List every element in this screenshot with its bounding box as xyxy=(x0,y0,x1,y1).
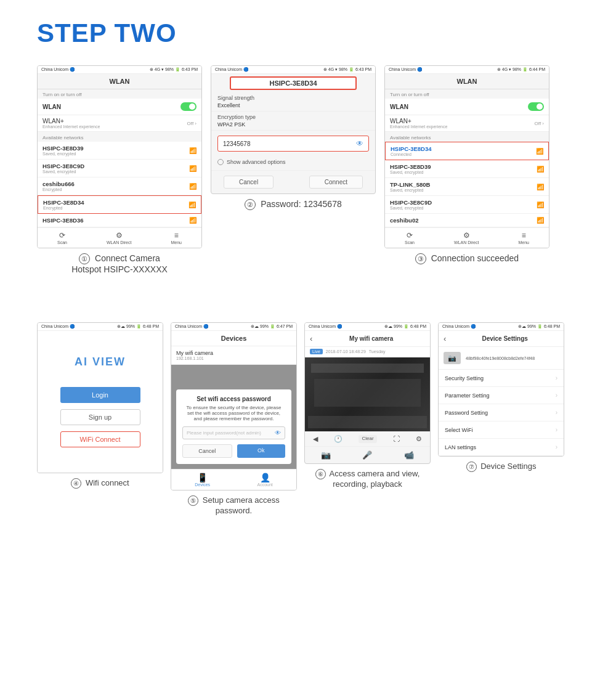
dialog-input-row-5[interactable]: Please input password(not admin) 👁 xyxy=(182,426,285,439)
account-icon-5: 👤 xyxy=(260,473,270,482)
wifi-icon-3-1: 📶 xyxy=(536,148,543,155)
available-label-3: Available networks xyxy=(385,132,549,142)
bottom-item-wlan-direct-1[interactable]: ⚙ WLAN Direct xyxy=(107,231,131,245)
pw-buttons-2: Cancel Connect xyxy=(211,170,375,193)
ctrl-history-6[interactable]: 🕐 xyxy=(334,435,342,443)
phone-block-6: China Unicom 🔵 ⊕☁ 99% 🔋 6:48 PM ‹ My wif… xyxy=(304,322,431,515)
caption-num-2: ② xyxy=(245,199,256,210)
status-bar-5: China Unicom 🔵 ⊕☁ 99% 🔋 6:47 PM xyxy=(171,323,296,331)
time-6: ⊕☁ 99% 🔋 6:48 PM xyxy=(384,324,426,329)
login-btn-4[interactable]: Login xyxy=(60,387,140,403)
pw-input-row-2[interactable]: 12345678 👁 xyxy=(217,136,369,152)
dialog-cancel-btn-5[interactable]: Cancel xyxy=(182,444,232,458)
snapshot-btn-6[interactable]: 📷 xyxy=(321,450,331,460)
network-item-3-5[interactable]: ceshibu02 📶 xyxy=(385,214,549,227)
ctrl-settings-6[interactable]: ⚙ xyxy=(416,435,422,443)
back-arrow-6[interactable]: ‹ xyxy=(310,334,312,343)
time-3: ⊕ 4G ▾ 98% 🔋 6:44 PM xyxy=(497,67,545,72)
devices-item-5[interactable]: My wifi camera 192.168.1.101 xyxy=(171,346,296,365)
dev-setting-label-wifi-7: Select WiFi xyxy=(445,427,473,433)
dev-setting-lan-7[interactable]: LAN settings › xyxy=(439,439,564,456)
radio-2[interactable] xyxy=(217,159,224,165)
dev-camera-icon-7: 📷 xyxy=(444,352,461,364)
dialog-box-5: Set wifi access password To ensure the s… xyxy=(176,389,291,464)
wlan-toggle-3[interactable] xyxy=(528,102,544,111)
bottom-item-scan-3[interactable]: ⟳ Scan xyxy=(405,231,415,245)
chevron-password-7: › xyxy=(556,409,557,416)
carrier-3: China Unicom 🔵 xyxy=(389,67,423,72)
tab-devices-5[interactable]: 📱 Devices xyxy=(195,473,210,487)
caption-text-5: Setup camera accesspassword. xyxy=(203,495,280,515)
dev-id-text-7: 48bf98c40fe19e8008cb8d2efe74f48 xyxy=(466,356,535,360)
pw-input-text-2: 12345678 xyxy=(223,140,251,147)
phone-screen-5: China Unicom 🔵 ⊕☁ 99% 🔋 6:47 PM Devices … xyxy=(171,322,297,490)
back-arrow-7[interactable]: ‹ xyxy=(444,334,446,343)
network-name-3-5: ceshibu02 xyxy=(390,217,418,224)
eye-icon-2[interactable]: 👁 xyxy=(356,139,363,148)
network-sub-3-1: Connected xyxy=(391,152,432,157)
screen1-title: WLAN xyxy=(38,74,201,89)
caption-6: ⑥ Access camera and view,recording, play… xyxy=(315,469,420,489)
bottom-item-wlan-direct-3[interactable]: ⚙ WLAN Direct xyxy=(454,231,479,245)
caption-5: ⑤ Setup camera accesspassword. xyxy=(188,495,280,515)
caption-num-1: ① xyxy=(79,253,90,264)
network-name-1-5: HSIPC-3E8D36 xyxy=(43,217,84,224)
dev-setting-wifi-7[interactable]: Select WiFi › xyxy=(439,421,564,439)
network-item-1-4[interactable]: HSIPC-3E8D34 Encrypted 📶 xyxy=(38,195,201,214)
status-bar-6: China Unicom 🔵 ⊕☁ 99% 🔋 6:48 PM xyxy=(305,323,430,331)
caption-text-6: Access camera and view,recording, playba… xyxy=(330,469,420,489)
bottom-item-menu-1[interactable]: ≡ Menu xyxy=(171,231,182,245)
record-btn-6[interactable]: 📹 xyxy=(404,450,414,460)
network-item-1-2[interactable]: HSIPC-3E8C9D Saved, encrypted 📶 xyxy=(38,160,201,177)
dev-setting-password-7[interactable]: Password Setting › xyxy=(439,404,564,421)
eye-icon-5[interactable]: 👁 xyxy=(275,429,281,436)
wlan-plus-sub-1: Enhanced Internet experience xyxy=(43,124,100,129)
bottom-item-scan-1[interactable]: ⟳ Scan xyxy=(57,231,67,245)
phone-screen-7: China Unicom 🔵 ⊕☁ 99% 🔋 6:48 PM ‹ Device… xyxy=(438,322,564,457)
network-name-1-2: HSIPC-3E8C9D xyxy=(43,163,84,169)
ctrl-clear-6[interactable]: Clear xyxy=(359,435,376,443)
chevron-wifi-7: › xyxy=(556,426,557,433)
wifi-icon-1-3: 📶 xyxy=(189,183,197,190)
network-item-1-1[interactable]: HSIPC-3E8D39 Saved, encrypted 📶 xyxy=(38,142,201,160)
network-item-3-2[interactable]: HSIPC-3E8D39 Saved, encrypted 📶 xyxy=(385,160,549,178)
dev-setting-label-security-7: Security Setting xyxy=(445,375,484,381)
wlan-label-3: WLAN xyxy=(390,104,408,110)
dialog-ok-btn-5[interactable]: Ok xyxy=(237,444,286,458)
network-item-3-1[interactable]: HSIPC-3E8D34 Connected 📶 xyxy=(385,142,549,160)
network-item-3-3[interactable]: TP-LINK_580B Saved, encrypted 📶 xyxy=(385,178,549,196)
caption-text-4: Wifi connect xyxy=(86,478,129,487)
dev-setting-parameter-7[interactable]: Parameter Setting › xyxy=(439,387,564,404)
bottom-item-menu-3[interactable]: ≡ Menu xyxy=(518,231,529,245)
device-sub-5: 192.168.1.101 xyxy=(176,356,213,360)
encryption-label-2: Encryption type xyxy=(211,112,375,121)
mic-btn-6[interactable]: 🎤 xyxy=(362,450,372,460)
caption-num-5: ⑤ xyxy=(188,495,198,506)
network-sub-3-3: Saved, encrypted xyxy=(390,188,430,192)
dialog-input-placeholder-5: Please input password(not admin) xyxy=(187,430,275,436)
signup-btn-4[interactable]: Sign up xyxy=(60,409,140,425)
wlan-toggle-row-3: WLAN xyxy=(385,99,549,115)
connect-btn-2[interactable]: Connect xyxy=(309,176,363,189)
network-item-3-4[interactable]: HSIPC-3E8C9D Saved, encrypted 📶 xyxy=(385,196,549,214)
scan-label-3: Scan xyxy=(405,240,415,245)
dev-setting-security-7[interactable]: Security Setting › xyxy=(439,370,564,387)
bottom-tabs-5: 📱 Devices 👤 Account xyxy=(171,469,296,490)
wifi-connect-btn-4[interactable]: WiFi Connect xyxy=(60,431,140,447)
scan-icon-3: ⟳ xyxy=(407,231,413,240)
encryption-value-2: WPA2 PSK xyxy=(211,121,375,131)
tab-account-5[interactable]: 👤 Account xyxy=(257,473,272,487)
cancel-btn-2[interactable]: Cancel xyxy=(224,176,274,189)
bottom-bar-3: ⟳ Scan ⚙ WLAN Direct ≡ Menu xyxy=(385,227,549,248)
wlan-toggle-1[interactable] xyxy=(180,102,197,111)
wlan-plus-row-3: WLAN+ Enhanced Internet experience Off › xyxy=(385,115,549,132)
network-item-1-5[interactable]: HSIPC-3E8D36 📶 xyxy=(38,214,201,227)
network-item-1-3[interactable]: ceshibu666 Encrypted 📶 xyxy=(38,177,201,195)
ctrl-fullscreen-6[interactable]: ⛶ xyxy=(393,435,400,443)
network-name-3-4: HSIPC-3E8C9D xyxy=(390,199,432,206)
caption-4: ④ Wifi connect xyxy=(71,478,129,489)
camera-day-6: Tuesday xyxy=(369,349,386,354)
ctrl-back-6[interactable]: ◀ xyxy=(313,435,318,443)
dialog-text-5: To ensure the security of the device, pl… xyxy=(182,405,285,421)
dev-settings-header-7: ‹ Device Settings xyxy=(439,331,564,347)
